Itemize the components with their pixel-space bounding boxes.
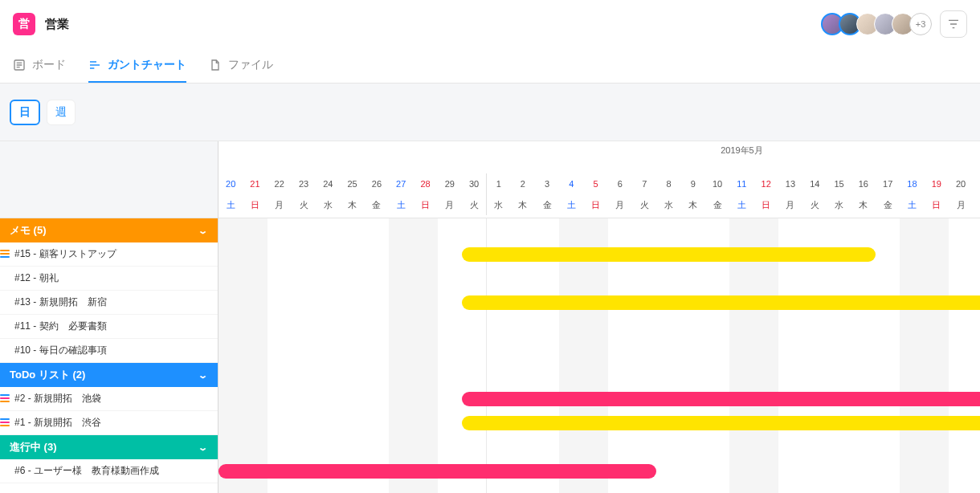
- gantt-bar[interactable]: [462, 247, 876, 262]
- day-weekday: 水: [656, 194, 680, 215]
- task-label: #15 - 顧客リストアップ: [14, 247, 116, 261]
- day-weekday: 日: [754, 194, 778, 215]
- day-weekday: 日: [243, 194, 267, 215]
- day-number: 22: [267, 173, 292, 194]
- view-toolbar: 日 週: [0, 84, 980, 141]
- day-number: 9: [681, 173, 705, 194]
- day-number: 7: [632, 173, 656, 194]
- tab-gantt[interactable]: ガントチャート: [88, 48, 186, 83]
- task-row[interactable]: #2 - 新規開拓 池袋: [0, 387, 218, 411]
- day-number: 28: [413, 173, 437, 194]
- day-number: 26: [365, 173, 389, 194]
- task-label: #6 - ユーザー様 教育様動画作成: [14, 464, 159, 478]
- view-day[interactable]: 日: [10, 100, 40, 125]
- app-title: 営業: [45, 17, 69, 32]
- task-row[interactable]: #6 - ユーザー様 教育様動画作成: [0, 459, 218, 483]
- task-label: #13 - 新規開拓 新宿: [14, 295, 107, 309]
- task-row[interactable]: #1 - 新規開拓 渋谷: [0, 411, 218, 435]
- chevron-down-icon: ⌄: [198, 369, 208, 380]
- day-weekday: 水: [316, 194, 340, 215]
- group-header-todo[interactable]: ToDo リスト (2)⌄: [0, 363, 218, 387]
- day-number: 20: [218, 173, 243, 194]
- view-week[interactable]: 週: [47, 100, 76, 125]
- day-weekday: 土: [559, 194, 583, 215]
- day-number: 29: [438, 173, 462, 194]
- day-weekday: 火: [973, 194, 980, 215]
- day-number: 13: [778, 173, 802, 194]
- task-row[interactable]: #10 - 毎日の確認事項: [0, 339, 218, 363]
- day-weekday: 日: [583, 194, 607, 215]
- task-label: #12 - 朝礼: [14, 271, 59, 285]
- day-weekday: 月: [438, 194, 462, 215]
- task-row[interactable]: #12 - 朝礼: [0, 267, 218, 291]
- day-number: 10: [705, 173, 729, 194]
- day-number: 19: [925, 173, 949, 194]
- day-number: 18: [900, 173, 924, 194]
- files-icon: [209, 59, 222, 71]
- group-label: 進行中 (3): [10, 440, 57, 454]
- day-number: 14: [802, 173, 827, 194]
- chevron-down-icon: ⌄: [198, 225, 208, 235]
- avatar-stack[interactable]: +3: [826, 13, 932, 35]
- group-header-progress[interactable]: 進行中 (3)⌄: [0, 435, 218, 459]
- tab-label: ファイル: [228, 58, 273, 72]
- gantt-bar[interactable]: [462, 295, 980, 310]
- day-number: 20: [949, 173, 973, 194]
- tabs: ボード ガントチャート ファイル: [0, 48, 980, 84]
- day-weekday: 水: [486, 194, 510, 215]
- left-header-blank: [0, 141, 218, 218]
- avatar-more[interactable]: +3: [909, 13, 932, 35]
- gantt-bar[interactable]: [462, 392, 980, 406]
- day-weekday: 火: [802, 194, 827, 215]
- day-number: 1: [486, 173, 510, 194]
- filter-icon: [947, 18, 960, 31]
- day-number: 3: [535, 173, 559, 194]
- task-row[interactable]: #13 - 新規開拓 新宿: [0, 291, 218, 315]
- day-weekday: 木: [340, 194, 364, 215]
- chevron-down-icon: ⌄: [198, 442, 208, 452]
- priority-marker-icon: [0, 418, 10, 427]
- day-weekday: 木: [681, 194, 705, 215]
- gantt-bar[interactable]: [218, 464, 656, 479]
- filter-button[interactable]: [940, 10, 967, 38]
- group-header-memo[interactable]: メモ (5)⌄: [0, 218, 218, 242]
- month-label: 2019年5月: [721, 145, 763, 157]
- day-number: 6: [608, 173, 632, 194]
- gantt-icon: [88, 59, 101, 71]
- day-number: 27: [389, 173, 413, 194]
- day-weekday: 月: [949, 194, 973, 215]
- day-weekday: 金: [535, 194, 559, 215]
- timeline-header: 2019年5月 20212223242526272829301234567891…: [218, 141, 980, 218]
- group-label: ToDo リスト (2): [10, 368, 85, 382]
- day-weekday: 月: [608, 194, 632, 215]
- day-number: 2: [511, 173, 535, 194]
- day-weekday: 金: [365, 194, 389, 215]
- day-number: 4: [559, 173, 583, 194]
- day-weekday: 火: [462, 194, 486, 215]
- day-weekday: 火: [632, 194, 656, 215]
- day-number: 23: [292, 173, 316, 194]
- day-weekday: 金: [705, 194, 729, 215]
- task-label: #11 - 契約 必要書類: [14, 320, 107, 333]
- day-number: 16: [851, 173, 876, 194]
- task-label: #2 - 新規開拓 池袋: [14, 392, 101, 405]
- day-weekday: 土: [389, 194, 413, 215]
- task-row[interactable]: #11 - 契約 必要書類: [0, 315, 218, 339]
- day-number: 5: [583, 173, 607, 194]
- gantt-bar[interactable]: [462, 416, 980, 430]
- day-number: 17: [876, 173, 900, 194]
- day-number: 24: [316, 173, 340, 194]
- tab-label: ガントチャート: [108, 58, 186, 72]
- day-weekday: 木: [511, 194, 535, 215]
- day-weekday: 月: [267, 194, 292, 215]
- group-label: メモ (5): [10, 223, 47, 238]
- day-weekday: 日: [925, 194, 949, 215]
- day-weekday: 月: [778, 194, 802, 215]
- gantt-grid[interactable]: 2019年5月 20212223242526272829301234567891…: [218, 141, 980, 493]
- tab-board[interactable]: ボード: [13, 48, 66, 83]
- priority-marker-icon: [0, 393, 10, 403]
- tab-files[interactable]: ファイル: [209, 48, 273, 83]
- task-row[interactable]: #15 - 顧客リストアップ: [0, 242, 218, 267]
- day-number: 8: [656, 173, 680, 194]
- day-weekday: 土: [900, 194, 924, 215]
